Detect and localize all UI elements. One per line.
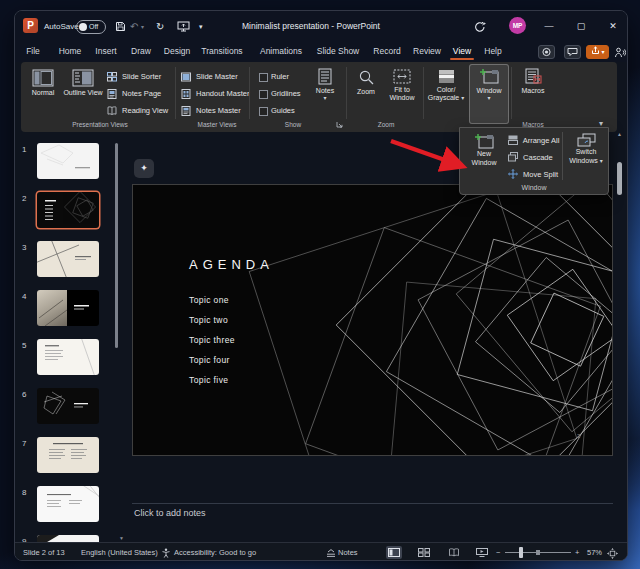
slide-title[interactable]: AGENDA: [189, 257, 274, 272]
new-window-button[interactable]: New Window: [464, 131, 504, 183]
fit-slide-to-window-icon[interactable]: [607, 548, 618, 559]
outline-view-button[interactable]: Outline View: [63, 64, 103, 124]
close-button[interactable]: ✕: [598, 11, 628, 41]
thumbnail-number: 2: [22, 194, 26, 203]
macros-button[interactable]: Macros: [514, 64, 552, 124]
reading-view-toggle[interactable]: [446, 546, 462, 559]
tab-record[interactable]: Record: [373, 43, 400, 60]
notes-toggle-button[interactable]: Notes: [338, 543, 358, 561]
notes-pane-placeholder[interactable]: Click to add notes: [134, 508, 206, 518]
arrange-all-icon: [508, 135, 518, 145]
zoom-in-button[interactable]: +: [575, 543, 579, 561]
move-split-menu-item[interactable]: Move Split: [508, 167, 558, 183]
reading-view-icon: [107, 106, 117, 116]
normal-view-button[interactable]: Normal: [25, 64, 61, 124]
redo-icon[interactable]: ↻: [156, 11, 164, 43]
notes-button[interactable]: Notes ▾: [308, 64, 342, 124]
notes-page-button[interactable]: Notes Page: [107, 86, 161, 101]
slide-thumbnail-4[interactable]: [37, 290, 99, 326]
slide-thumbnail-7[interactable]: [37, 437, 99, 473]
slide-sorter-button[interactable]: Slide Sorter: [107, 69, 161, 84]
slide-scrollbar[interactable]: [617, 162, 622, 195]
share-button[interactable]: ▾: [586, 45, 609, 59]
cascade-menu-item[interactable]: Cascade: [508, 150, 553, 166]
slide-thumbnail-8[interactable]: [37, 486, 99, 522]
window-button[interactable]: Window ▾: [469, 64, 509, 124]
slide-canvas[interactable]: AGENDA Topic one Topic two Topic three T…: [132, 184, 613, 456]
slide-thumbnail-1[interactable]: [37, 143, 99, 179]
sync-refresh-icon[interactable]: [473, 20, 487, 34]
slide-sorter-view-toggle[interactable]: [416, 546, 432, 559]
notes-master-button[interactable]: Notes Master: [181, 103, 241, 118]
comments-button[interactable]: [564, 45, 581, 59]
slide-counter[interactable]: Slide 2 of 13: [23, 543, 65, 561]
tab-transitions[interactable]: Transitions: [201, 43, 242, 60]
autosave-toggle[interactable]: Off: [76, 20, 106, 34]
presenter-icon[interactable]: [614, 47, 626, 58]
title-bar: P AutoSave Off ↶ ▾ ↻ ▾ Minimalist presen…: [15, 11, 627, 43]
ribbon-tabs-row: File Home Insert Draw Design Transitions…: [15, 43, 627, 62]
handout-master-button[interactable]: Handout Master: [181, 86, 249, 101]
zoom-slider-thumb[interactable]: [519, 547, 523, 558]
minimize-button[interactable]: —: [534, 11, 564, 41]
zoom-out-button[interactable]: −: [496, 543, 500, 561]
undo-chevron-icon[interactable]: ▾: [141, 11, 144, 43]
designer-sparkle-button[interactable]: ✦: [134, 159, 154, 178]
present-to-display-icon[interactable]: [177, 21, 190, 32]
slide-scroll-up-icon[interactable]: ▲: [617, 131, 622, 137]
language-indicator[interactable]: English (United States): [81, 543, 158, 561]
slide-page-number: 2: [577, 433, 580, 439]
ruler-checkbox[interactable]: Ruler: [259, 69, 289, 84]
slide-thumbnail-2-selected[interactable]: [37, 192, 99, 228]
tab-slide-show[interactable]: Slide Show: [317, 43, 360, 60]
tab-insert[interactable]: Insert: [95, 43, 116, 60]
thumbnail-scrollbar[interactable]: [115, 143, 118, 348]
undo-icon[interactable]: ↶: [130, 11, 138, 43]
tab-animations[interactable]: Animations: [260, 43, 302, 60]
fit-to-window-button[interactable]: Fit to Window: [382, 64, 422, 124]
user-avatar[interactable]: MP: [509, 17, 526, 34]
slide-thumbnail-5[interactable]: [37, 339, 99, 375]
reading-view-button[interactable]: Reading View: [107, 103, 168, 118]
tab-review[interactable]: Review: [413, 43, 441, 60]
zoom-percentage[interactable]: 57%: [587, 543, 602, 561]
guides-checkbox[interactable]: Guides: [259, 103, 295, 118]
notes-toggle-icon: [326, 548, 336, 558]
group-divider: [175, 67, 176, 119]
tab-home[interactable]: Home: [59, 43, 82, 60]
notes-pane-divider[interactable]: [132, 503, 613, 504]
slide-topic[interactable]: Topic three: [189, 335, 235, 345]
outline-view-icon: [72, 69, 94, 87]
flyout-group-label: Window: [460, 184, 608, 191]
tab-help[interactable]: Help: [484, 43, 501, 60]
slide-master-button[interactable]: Slide Master: [181, 69, 238, 84]
toggle-knob-icon: [79, 23, 87, 31]
slide-sorter-icon: [107, 72, 117, 82]
zoom-group-label: Zoom: [378, 121, 395, 128]
switch-windows-button[interactable]: Switch Windows ▾: [566, 131, 606, 183]
slide-topic[interactable]: Topic five: [189, 375, 228, 385]
slide-thumbnail-3[interactable]: [37, 241, 99, 277]
checkbox-icon: [259, 73, 268, 82]
tab-file[interactable]: File: [26, 43, 40, 60]
color-grayscale-button[interactable]: Color/ Grayscale ▾: [425, 64, 467, 124]
gridlines-checkbox[interactable]: Gridlines: [259, 86, 301, 101]
slide-topic[interactable]: Topic four: [189, 355, 230, 365]
accessibility-status[interactable]: Accessibility: Good to go: [174, 543, 256, 561]
record-button[interactable]: [538, 45, 555, 59]
slide-topic[interactable]: Topic two: [189, 315, 228, 325]
save-icon[interactable]: [115, 21, 126, 32]
thumbnail-scroll-down-icon[interactable]: ▼: [119, 535, 124, 541]
arrange-all-menu-item[interactable]: Arrange All: [508, 133, 559, 149]
maximize-button[interactable]: ▢: [566, 11, 596, 41]
switch-windows-icon: [577, 133, 596, 148]
tab-draw[interactable]: Draw: [131, 43, 151, 60]
slide-topic[interactable]: Topic one: [189, 295, 229, 305]
quick-access-chevron-icon[interactable]: ▾: [199, 11, 203, 43]
zoom-button[interactable]: Zoom: [350, 64, 382, 124]
slide-show-view-toggle[interactable]: [474, 546, 490, 559]
slide-thumbnail-6[interactable]: [37, 388, 99, 424]
tab-design[interactable]: Design: [164, 43, 190, 60]
normal-view-toggle[interactable]: [386, 546, 402, 559]
show-dialog-launcher-icon[interactable]: [336, 121, 343, 128]
